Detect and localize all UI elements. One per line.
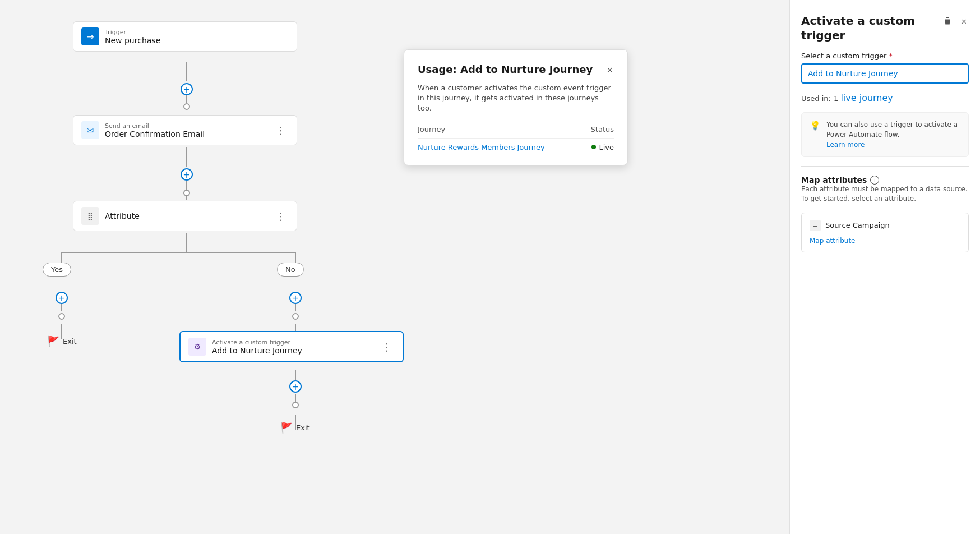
- info-text: You can also use a trigger to activate a…: [826, 121, 958, 139]
- info-box: 💡 You can also use a trigger to activate…: [801, 112, 969, 157]
- connector-circle-1: [183, 103, 190, 110]
- trigger-label: Trigger: [105, 29, 160, 36]
- attribute-card: ≡ Source Campaign Map attribute: [801, 213, 969, 252]
- usage-popup-close[interactable]: ×: [605, 63, 614, 77]
- add-after-activate[interactable]: +: [289, 380, 302, 393]
- yes-branch-label: Yes: [43, 263, 71, 277]
- add-yes-step[interactable]: +: [56, 292, 68, 304]
- email-label: Send an email: [105, 122, 205, 130]
- used-in-count: 1: [834, 94, 840, 103]
- no-circle: [292, 313, 299, 320]
- activate-icon: ⚙: [188, 338, 206, 356]
- trigger-icon: →: [81, 27, 99, 45]
- trigger-select-section: Select a custom trigger *: [801, 52, 969, 84]
- trigger-input[interactable]: [801, 63, 969, 84]
- usage-table-header: Journey Status: [418, 125, 614, 139]
- panel-title: Activate a custom trigger: [801, 13, 940, 43]
- yes-circle: [58, 313, 65, 320]
- panel-actions: ×: [940, 13, 969, 30]
- bulb-icon: 💡: [810, 120, 821, 131]
- status-dot: [591, 145, 596, 149]
- used-in-section: Used in: 1 live journey: [801, 93, 969, 103]
- used-in-link[interactable]: live journey: [840, 93, 893, 103]
- map-attribute-link[interactable]: Map attribute: [810, 237, 855, 245]
- exit-no: 🚩 Exit: [280, 422, 310, 434]
- add-step-2[interactable]: +: [181, 168, 193, 181]
- usage-popup-title: Usage: Add to Nurture Journey: [418, 63, 593, 75]
- status-live: Live: [591, 143, 614, 151]
- post-activate-circle: [292, 402, 299, 408]
- status-text: Live: [599, 143, 614, 151]
- activate-title: Add to Nurture Journey: [212, 346, 302, 355]
- exit-yes-label: Exit: [63, 337, 77, 346]
- required-star: *: [889, 52, 893, 60]
- exit-yes-flag: 🚩: [47, 335, 59, 347]
- connector-circle-2: [183, 190, 190, 196]
- email-node[interactable]: ✉ Send an email Order Confirmation Email…: [73, 115, 297, 145]
- map-attributes-info-icon[interactable]: i: [870, 176, 879, 185]
- journey-canvas: → Trigger New purchase + ✉ Send an email…: [0, 0, 789, 534]
- exit-no-flag: 🚩: [280, 422, 293, 434]
- email-menu[interactable]: ⋮: [272, 123, 289, 137]
- exit-no-label: Exit: [296, 423, 310, 432]
- trigger-node[interactable]: → Trigger New purchase: [73, 21, 297, 52]
- divider: [801, 166, 969, 167]
- journey-link[interactable]: Nurture Rewards Members Journey: [418, 143, 545, 151]
- map-attributes-desc: Each attribute must be mapped to a data …: [801, 185, 969, 204]
- usage-popup-desc: When a customer activates the custom eve…: [418, 83, 614, 114]
- attribute-title: Attribute: [105, 211, 140, 220]
- activate-node[interactable]: ⚙ Activate a custom trigger Add to Nurtu…: [179, 331, 404, 362]
- map-attributes-title: Map attributes: [801, 176, 867, 185]
- attribute-node[interactable]: ⣿ Attribute ⋮: [73, 201, 297, 231]
- attr-icon: ≡: [810, 220, 821, 231]
- trigger-select-label: Select a custom trigger *: [801, 52, 969, 60]
- learn-more-link[interactable]: Learn more: [826, 141, 865, 149]
- attr-name: Source Campaign: [825, 221, 890, 229]
- delete-button[interactable]: [940, 13, 955, 30]
- right-panel: Activate a custom trigger × Select a cus…: [789, 0, 980, 534]
- map-attributes-section: Map attributes i Each attribute must be …: [801, 176, 969, 204]
- usage-popup-header: Usage: Add to Nurture Journey ×: [418, 63, 614, 77]
- connector-lines: [0, 0, 789, 534]
- map-attributes-header: Map attributes i: [801, 176, 969, 185]
- panel-header: Activate a custom trigger ×: [801, 13, 969, 43]
- exit-yes: 🚩 Exit: [47, 335, 77, 347]
- add-step-1[interactable]: +: [181, 83, 193, 95]
- email-icon: ✉: [81, 121, 99, 139]
- close-panel-button[interactable]: ×: [959, 15, 969, 29]
- status-col-header: Status: [591, 125, 614, 134]
- journey-col-header: Journey: [418, 125, 580, 134]
- attribute-icon: ⣿: [81, 207, 99, 225]
- email-title: Order Confirmation Email: [105, 130, 205, 139]
- add-no-step[interactable]: +: [289, 292, 302, 304]
- no-branch-label: No: [277, 263, 304, 277]
- activate-menu[interactable]: ⋮: [378, 340, 395, 354]
- trigger-title: New purchase: [105, 36, 160, 45]
- usage-popup: Usage: Add to Nurture Journey × When a c…: [404, 49, 628, 165]
- activate-label: Activate a custom trigger: [212, 339, 302, 346]
- attribute-menu[interactable]: ⋮: [272, 209, 289, 223]
- used-in-text: Used in:: [801, 94, 831, 103]
- usage-table-row: Nurture Rewards Members Journey Live: [418, 143, 614, 151]
